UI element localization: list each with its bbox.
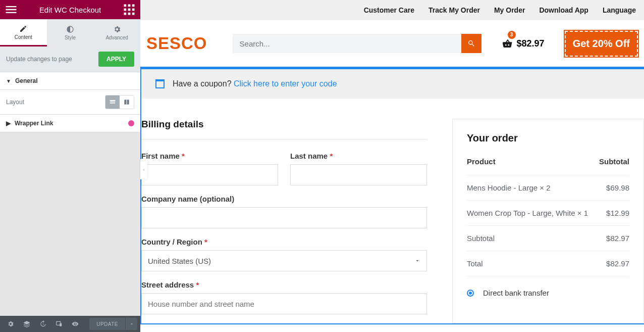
tab-content[interactable]: Content (0, 19, 47, 46)
responsive-icon[interactable] (51, 316, 67, 332)
header-cart[interactable]: 3 $82.97 (502, 38, 545, 49)
field-first-name: First name * (141, 152, 278, 185)
editor-panel: Edit WC Checkout Content Style Advanced … (0, 0, 140, 332)
label-last-name: Last name * (290, 152, 427, 160)
search-button[interactable] (461, 34, 481, 53)
search-input[interactable] (233, 34, 461, 53)
order-total-label: Total (467, 251, 597, 276)
navigator-icon[interactable] (19, 316, 34, 332)
svg-rect-14 (127, 100, 129, 104)
svg-rect-1 (128, 5, 131, 7)
payment-option-bank[interactable]: Direct bank transfer (467, 276, 629, 297)
site-preview: Customer Care Track My Order My Order Do… (140, 0, 644, 332)
tab-content-label: Content (15, 34, 32, 40)
label-first-name: First name * (141, 152, 278, 160)
layout-toggle (105, 95, 134, 109)
billing-heading: Billing details (141, 119, 427, 130)
svg-rect-13 (124, 100, 126, 104)
svg-rect-11 (110, 102, 116, 102)
update-dropdown-icon[interactable] (125, 318, 137, 330)
tab-style[interactable]: Style (47, 19, 94, 46)
layout-option-default[interactable] (105, 96, 120, 109)
payment-bank-label: Direct bank transfer (483, 289, 549, 297)
order-summary: Your order Product Subtotal Mens Hoodie … (452, 119, 644, 323)
order-item-price: $12.99 (597, 201, 629, 226)
select-country[interactable]: United States (US) (141, 250, 427, 271)
history-icon[interactable] (35, 316, 50, 332)
section-general[interactable]: ▼ General (0, 72, 140, 90)
order-col-product: Product (467, 157, 597, 175)
section-general-label: General (15, 77, 38, 84)
input-first-name[interactable] (141, 164, 278, 185)
plugin-badge-icon (128, 120, 134, 126)
coupon-icon (155, 79, 165, 88)
tab-advanced[interactable]: Advanced (93, 19, 140, 46)
order-subtotal-value: $82.97 (597, 226, 629, 251)
settings-icon[interactable] (3, 316, 18, 332)
topbar-download-app[interactable]: Download App (539, 6, 588, 14)
caret-down-icon: ▼ (6, 78, 11, 84)
checkout-body: Billing details First name * Last name *… (141, 99, 644, 323)
input-last-name[interactable] (290, 164, 427, 185)
top-bar: Customer Care Track My Order My Order Do… (140, 0, 644, 20)
order-item-row: Mens Hoodie - Large × 2 $69.98 (467, 175, 629, 201)
svg-rect-0 (124, 5, 127, 7)
cart-total: $82.97 (517, 38, 545, 49)
site-logo[interactable]: SESCO (146, 34, 207, 53)
panel-collapse-handle[interactable]: ‹ (140, 159, 147, 179)
topbar-my-order[interactable]: My Order (494, 6, 525, 14)
basket-icon (502, 38, 513, 49)
order-table: Product Subtotal Mens Hoodie - Large × 2… (467, 157, 629, 276)
coupon-text: Have a coupon? Click here to enter your … (173, 79, 337, 88)
label-country: Country / Region * (141, 238, 427, 246)
field-company: Company name (optional) (141, 195, 427, 228)
apply-button[interactable]: APPLY (98, 52, 134, 67)
control-layout-label: Layout (6, 99, 24, 106)
order-item-row: Women Crop Top - Large, White × 1 $12.99 (467, 201, 629, 226)
label-company: Company name (optional) (141, 195, 427, 203)
input-company[interactable] (141, 207, 427, 228)
menu-icon[interactable] (4, 3, 18, 17)
update-button[interactable]: UPDATE (89, 318, 125, 330)
coupon-notice: Have a coupon? Click here to enter your … (141, 68, 644, 99)
field-last-name: Last name * (290, 152, 427, 185)
svg-rect-10 (110, 100, 116, 101)
panel-tabs: Content Style Advanced (0, 19, 140, 46)
topbar-customer-care[interactable]: Customer Care (364, 6, 414, 14)
apply-hint: Update changes to page (6, 56, 72, 63)
topbar-track-order[interactable]: Track My Order (428, 6, 480, 14)
tab-advanced-label: Advanced (105, 35, 128, 40)
order-item-name: Mens Hoodie - Large × 2 (467, 175, 597, 201)
search-icon (467, 39, 475, 48)
apply-row: Update changes to page APPLY (0, 46, 140, 72)
label-street: Street address * (141, 280, 427, 289)
control-layout: Layout (0, 90, 140, 115)
order-total-value: $82.97 (597, 251, 629, 276)
svg-rect-2 (132, 5, 135, 7)
field-street: Street address * (141, 280, 427, 314)
svg-rect-4 (128, 9, 131, 11)
svg-rect-7 (128, 13, 131, 15)
svg-rect-6 (124, 13, 127, 15)
cart-count-badge: 3 (508, 31, 516, 39)
site-header: SESCO 3 $82.97 Get 20% Off (140, 20, 644, 67)
widgets-grid-icon[interactable] (122, 3, 136, 17)
topbar-language[interactable]: Language (603, 6, 636, 14)
svg-rect-8 (132, 13, 135, 15)
order-col-subtotal: Subtotal (597, 157, 629, 175)
chevron-down-icon (414, 258, 420, 264)
layout-option-multistep[interactable] (120, 96, 134, 109)
svg-rect-16 (60, 323, 62, 326)
coupon-question: Have a coupon? (173, 79, 234, 88)
panel-header: Edit WC Checkout (0, 0, 140, 19)
promo-button[interactable]: Get 20% Off (565, 31, 638, 57)
selected-widget-outline: Have a coupon? Click here to enter your … (140, 67, 644, 324)
caret-right-icon: ▶ (6, 120, 11, 127)
order-heading: Your order (467, 132, 629, 144)
preview-icon[interactable] (68, 316, 83, 332)
order-item-name: Women Crop Top - Large, White × 1 (467, 201, 597, 226)
coupon-link[interactable]: Click here to enter your code (234, 79, 337, 88)
section-wrapper-link[interactable]: ▶ Wrapper Link (0, 115, 140, 132)
wrapper-link-label: Wrapper Link (15, 120, 53, 127)
input-street[interactable] (141, 293, 427, 314)
